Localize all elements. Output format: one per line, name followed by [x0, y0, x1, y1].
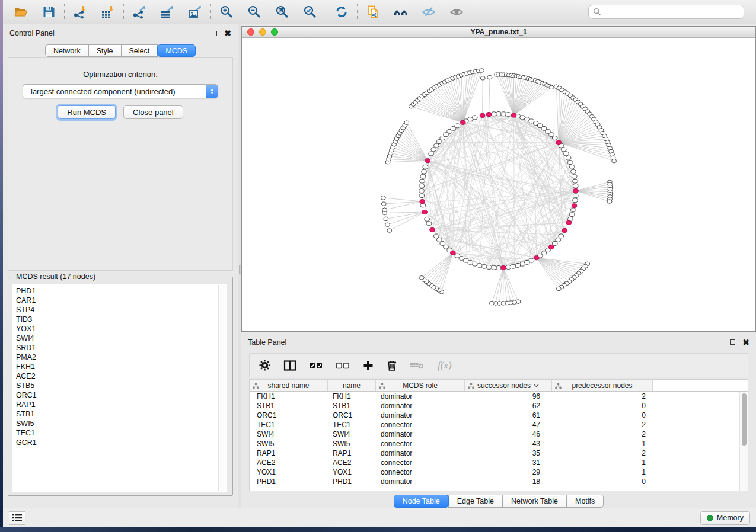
network-node[interactable]: [425, 217, 430, 221]
network-node[interactable]: [381, 196, 385, 200]
network-mcds-hub-node[interactable]: [501, 265, 506, 270]
network-node[interactable]: [496, 112, 502, 116]
column-header-predecessor-nodes[interactable]: predecessor nodes: [552, 380, 653, 391]
network-node[interactable]: [426, 222, 432, 226]
network-node[interactable]: [501, 112, 506, 116]
mcds-list-scrollbar[interactable]: [218, 285, 226, 491]
table-scrollbar-thumb[interactable]: [742, 393, 747, 446]
search-input[interactable]: [604, 7, 739, 17]
mcds-result-item[interactable]: PHD1: [16, 286, 227, 296]
table-row[interactable]: ORC1ORC1dominator610: [250, 411, 748, 420]
table-scrollbar[interactable]: [739, 392, 748, 491]
maximize-traffic-light[interactable]: [271, 28, 278, 36]
network-node[interactable]: [506, 265, 511, 269]
network-node[interactable]: [511, 264, 516, 268]
network-node[interactable]: [492, 265, 497, 270]
column-header-shared-name[interactable]: shared name: [250, 380, 328, 391]
show-all-button[interactable]: [449, 4, 464, 20]
network-node[interactable]: [437, 238, 442, 242]
save-session-button[interactable]: [41, 4, 56, 20]
tab-edge-table[interactable]: Edge Table: [448, 495, 503, 508]
network-node[interactable]: [564, 152, 569, 156]
network-mcds-hub-node[interactable]: [425, 159, 430, 163]
zoom-fit-button[interactable]: [275, 4, 290, 20]
mcds-result-item[interactable]: STB5: [16, 381, 227, 390]
network-node[interactable]: [487, 75, 492, 79]
network-mcds-hub-node[interactable]: [430, 227, 435, 232]
network-node[interactable]: [571, 169, 576, 174]
network-mcds-hub-node[interactable]: [486, 112, 492, 116]
column-header-successor-nodes[interactable]: successor nodes: [465, 380, 552, 391]
table-row[interactable]: SWI5SWI5connector431: [250, 439, 748, 448]
mcds-result-item[interactable]: ORC1: [16, 390, 227, 400]
run-mcds-button[interactable]: Run MCDS: [58, 105, 116, 119]
export-image-button[interactable]: [187, 4, 203, 20]
float-table-panel-icon[interactable]: [730, 339, 735, 345]
network-node[interactable]: [381, 202, 386, 206]
network-node[interactable]: [455, 124, 460, 128]
network-node[interactable]: [569, 213, 575, 217]
network-node[interactable]: [506, 113, 511, 117]
new-network-from-selection-button[interactable]: [365, 4, 381, 20]
network-node[interactable]: [434, 234, 439, 238]
mcds-result-item[interactable]: TEC1: [16, 428, 227, 438]
mcds-result-item[interactable]: CAR1: [16, 296, 227, 305]
float-panel-icon[interactable]: [212, 31, 217, 36]
network-mcds-hub-node[interactable]: [480, 113, 485, 117]
network-mcds-hub-node[interactable]: [549, 245, 554, 249]
network-node[interactable]: [385, 223, 390, 227]
delete-column-button[interactable]: [387, 360, 397, 371]
network-node[interactable]: [479, 69, 484, 73]
mcds-result-item[interactable]: SWI4: [16, 334, 227, 343]
network-node[interactable]: [429, 152, 434, 156]
network-node[interactable]: [496, 266, 502, 270]
table-row[interactable]: SWI4SWI4dominator462: [250, 430, 748, 439]
network-mcds-hub-node[interactable]: [573, 188, 579, 193]
mcds-result-item[interactable]: STP4: [16, 305, 227, 315]
network-node[interactable]: [607, 200, 612, 204]
mcds-result-item[interactable]: FKH1: [16, 362, 227, 371]
network-canvas[interactable]: [242, 38, 755, 331]
refresh-button[interactable]: [334, 4, 349, 20]
deselect-all-button[interactable]: [336, 360, 350, 371]
table-row[interactable]: STB1STB1dominator620: [250, 401, 748, 411]
tab-style[interactable]: Style: [88, 44, 122, 57]
network-node[interactable]: [387, 229, 392, 233]
tab-mcds[interactable]: MCDS: [157, 44, 196, 57]
network-node[interactable]: [569, 165, 575, 169]
network-node[interactable]: [437, 140, 442, 144]
network-node[interactable]: [573, 198, 578, 203]
tab-network[interactable]: Network: [45, 44, 89, 57]
network-mcds-hub-node[interactable]: [422, 210, 428, 214]
mcds-result-item[interactable]: ACE2: [16, 371, 227, 381]
network-mcds-hub-node[interactable]: [511, 113, 516, 117]
tab-node-table[interactable]: Node Table: [394, 495, 449, 508]
network-node[interactable]: [549, 133, 554, 137]
network-node[interactable]: [520, 262, 525, 266]
mcds-result-item[interactable]: GCR1: [16, 438, 227, 447]
import-network-button[interactable]: [72, 4, 88, 20]
mcds-result-item[interactable]: SWI5: [16, 419, 227, 428]
network-graph[interactable]: [242, 38, 755, 331]
network-node[interactable]: [423, 165, 428, 169]
table-row[interactable]: RAP1RAP1dominator352: [250, 448, 748, 458]
network-node[interactable]: [382, 208, 387, 212]
tab-motifs[interactable]: Motifs: [566, 495, 604, 508]
network-node[interactable]: [573, 179, 578, 183]
network-node[interactable]: [419, 189, 425, 193]
network-node[interactable]: [559, 234, 564, 238]
network-node[interactable]: [561, 148, 566, 152]
network-node[interactable]: [419, 184, 425, 188]
network-node[interactable]: [568, 161, 573, 165]
import-table-button[interactable]: [100, 4, 116, 20]
network-mcds-hub-node[interactable]: [420, 199, 425, 203]
table-row[interactable]: YOX1YOX1connector291: [250, 467, 748, 477]
zoom-out-button[interactable]: [247, 4, 262, 20]
optimization-criterion-select[interactable]: largest connected component (undirected)…: [23, 84, 218, 98]
memory-button[interactable]: Memory: [700, 511, 750, 525]
mcds-result-item[interactable]: YOX1: [16, 324, 227, 334]
export-table-button[interactable]: [160, 4, 175, 20]
tab-network-table[interactable]: Network Table: [502, 495, 567, 508]
column-header-MCDS-role[interactable]: MCDS role: [376, 380, 465, 391]
network-mcds-hub-node[interactable]: [460, 120, 465, 124]
